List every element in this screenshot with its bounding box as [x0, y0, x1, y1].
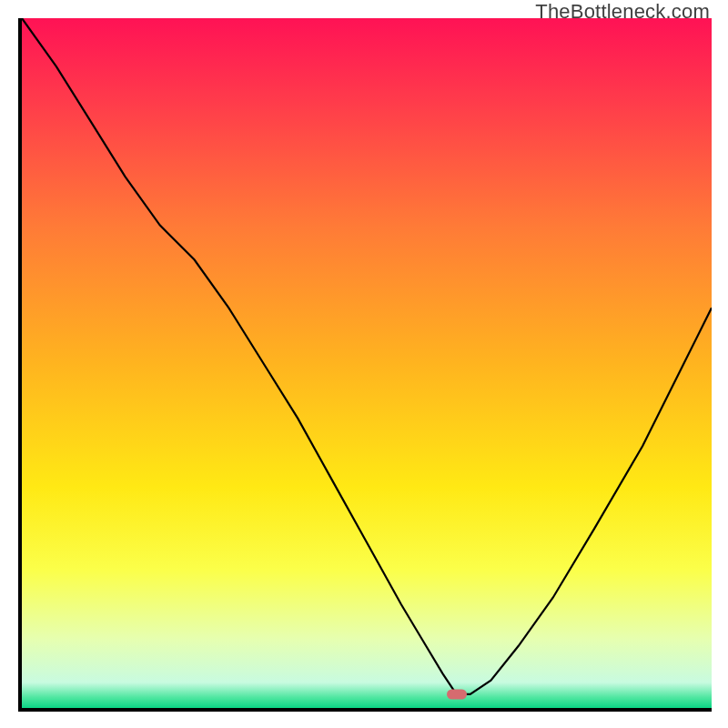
svg-rect-0: [22, 18, 712, 708]
bottleneck-chart: TheBottleneck.com: [0, 0, 728, 728]
plot-area: [18, 18, 712, 712]
heat-gradient-background: [22, 18, 712, 708]
optimal-point-marker: [447, 689, 467, 699]
